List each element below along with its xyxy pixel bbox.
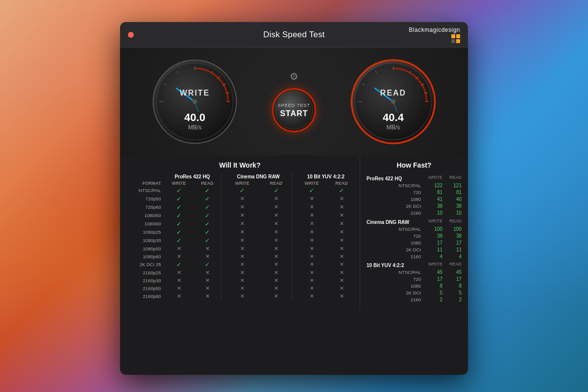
cross-icon: ✕ bbox=[240, 204, 245, 210]
cdng-read-cell: ✕ bbox=[260, 269, 293, 276]
yuv-write-cell: ✓ bbox=[296, 186, 327, 195]
check-icon: ✓ bbox=[339, 187, 344, 194]
cross-icon: ✕ bbox=[177, 253, 181, 259]
format-header bbox=[124, 173, 164, 180]
cross-icon: ✕ bbox=[310, 253, 314, 259]
yuv-write-cell: ✕ bbox=[296, 260, 327, 269]
read-label: READ bbox=[380, 89, 406, 98]
cross-icon: ✕ bbox=[240, 229, 245, 235]
prores-write-cell: ✕ bbox=[164, 245, 194, 252]
table-row: 2160p60 ✕ ✕ ✕ ✕ ✕ ✕ bbox=[124, 292, 356, 300]
cross-icon: ✕ bbox=[310, 237, 314, 243]
hf-read-header: READ bbox=[444, 260, 463, 269]
prores-read-cell: ✓ bbox=[194, 236, 221, 245]
cross-icon: ✕ bbox=[177, 245, 181, 251]
hf-data-row: 720 38 38 bbox=[365, 232, 463, 239]
hf-row-label: 2160 bbox=[371, 296, 422, 303]
cross-icon: ✕ bbox=[340, 293, 344, 299]
cross-icon: ✕ bbox=[177, 277, 181, 283]
cdng-write-cell: ✕ bbox=[224, 236, 260, 245]
hf-data-row: NTSC/PAL 45 45 bbox=[365, 269, 463, 276]
hf-read-value: 81 bbox=[444, 189, 463, 196]
check-icon: ✓ bbox=[176, 237, 181, 244]
cdng-read-cell: ✕ bbox=[260, 228, 293, 236]
cdng-read-cell: ✕ bbox=[260, 260, 293, 269]
check-icon: ✓ bbox=[176, 229, 181, 236]
prores-read-cell: ✓ bbox=[194, 195, 221, 203]
table-row: NTSC/PAL ✓ ✓ ✓ ✓ ✓ ✓ bbox=[124, 186, 356, 195]
cross-icon: ✕ bbox=[205, 270, 210, 275]
cdng-write-cell: ✕ bbox=[224, 276, 260, 284]
yuv-write-cell: ✕ bbox=[296, 211, 327, 220]
cdng-write-cell: ✕ bbox=[224, 220, 260, 228]
hf-data-row: 1080 41 40 bbox=[365, 196, 463, 203]
cross-icon: ✕ bbox=[340, 285, 344, 291]
cdng-write-cell: ✕ bbox=[224, 260, 260, 269]
close-button[interactable] bbox=[128, 32, 134, 38]
svg-point-33 bbox=[391, 99, 396, 104]
cross-icon: ✕ bbox=[340, 277, 344, 283]
table-row: 2160p25 ✕ ✕ ✕ ✕ ✕ ✕ bbox=[124, 269, 356, 276]
yuv-header: 10 Bit YUV 4:2:2 bbox=[296, 173, 356, 180]
prores-write-header: WRITE bbox=[164, 180, 194, 186]
cdng-write-cell: ✕ bbox=[224, 228, 260, 236]
yuv-write-cell: ✕ bbox=[296, 220, 327, 228]
cdng-write-cell: ✓ bbox=[224, 186, 260, 195]
prores-read-cell: ✓ bbox=[194, 186, 221, 195]
window-title: Disk Speed Test bbox=[263, 30, 325, 40]
cross-icon: ✕ bbox=[340, 220, 344, 226]
hf-write-value: 122 bbox=[422, 182, 444, 189]
cross-icon: ✕ bbox=[240, 245, 245, 251]
prores-write-cell: ✓ bbox=[164, 195, 194, 203]
prores-header: ProRes 422 HQ bbox=[164, 173, 221, 180]
cross-icon: ✕ bbox=[274, 196, 278, 201]
check-icon: ✓ bbox=[205, 187, 210, 194]
table-row: 2160p30 ✕ ✕ ✕ ✕ ✕ ✕ bbox=[124, 276, 356, 284]
yuv-read-cell: ✕ bbox=[327, 228, 356, 236]
cdng-read-cell: ✕ bbox=[260, 195, 293, 203]
cross-icon: ✕ bbox=[340, 229, 344, 235]
gear-icon[interactable]: ⚙ bbox=[290, 71, 298, 82]
hf-format-label: 10 Bit YUV 4:2:2 bbox=[365, 260, 422, 269]
cross-icon: ✕ bbox=[240, 253, 245, 259]
yuv-read-cell: ✓ bbox=[327, 186, 356, 195]
cross-icon: ✕ bbox=[274, 261, 278, 267]
cross-icon: ✕ bbox=[274, 285, 278, 291]
yuv-write-cell: ✕ bbox=[296, 245, 327, 252]
hf-data-row: 2K DCI 11 11 bbox=[365, 246, 463, 253]
hf-read-value: 4 bbox=[444, 253, 463, 260]
write-value: 40.0 MB/s bbox=[184, 111, 205, 131]
lower-panel: Will It Work? ProRes 422 HQ Cinema DNG R… bbox=[120, 155, 468, 309]
cross-icon: ✕ bbox=[310, 212, 314, 218]
cross-icon: ✕ bbox=[310, 293, 314, 299]
hf-write-header: WRITE bbox=[422, 173, 444, 182]
check-icon: ✓ bbox=[205, 261, 210, 268]
cross-icon: ✕ bbox=[274, 277, 278, 283]
table-row: 2K DCI 25 ✓ ✓ ✕ ✕ ✕ ✕ bbox=[124, 260, 356, 269]
hf-row-label: 2K DCI bbox=[371, 203, 422, 210]
start-button[interactable]: SPEED TEST START bbox=[272, 88, 316, 132]
prores-read-cell: ✕ bbox=[194, 245, 221, 252]
row-format: 2K DCI 25 bbox=[124, 260, 164, 269]
hf-row-label: 2160 bbox=[371, 210, 422, 217]
prores-write-cell: ✓ bbox=[164, 228, 194, 236]
table-row: 720p50 ✓ ✓ ✕ ✕ ✕ ✕ bbox=[124, 195, 356, 203]
cross-icon: ✕ bbox=[310, 196, 314, 201]
cross-icon: ✕ bbox=[340, 237, 344, 243]
hf-data-row: 2160 10 10 bbox=[365, 210, 463, 217]
prores-write-cell: ✕ bbox=[164, 269, 194, 276]
table-row: 1080p60 ✕ ✕ ✕ ✕ ✕ ✕ bbox=[124, 252, 356, 260]
prores-read-cell: ✓ bbox=[194, 228, 221, 236]
cdng-read-cell: ✕ bbox=[260, 284, 293, 292]
cross-icon: ✕ bbox=[205, 285, 210, 291]
prores-read-cell: ✓ bbox=[194, 211, 221, 220]
row-format: 1080p60 bbox=[124, 252, 164, 260]
row-format: 2160p25 bbox=[124, 269, 164, 276]
how-fast-table: ProRes 422 HQ WRITE READ NTSC/PAL 122 12… bbox=[365, 173, 463, 303]
hf-read-value: 8 bbox=[444, 283, 463, 290]
hf-row-label: 720 bbox=[371, 276, 422, 283]
how-fast-section: How Fast? ProRes 422 HQ WRITE READ NTSC/… bbox=[360, 155, 468, 309]
yuv-read-cell: ✕ bbox=[327, 203, 356, 211]
yuv-write-cell: ✕ bbox=[296, 284, 327, 292]
check-icon: ✓ bbox=[205, 212, 210, 219]
